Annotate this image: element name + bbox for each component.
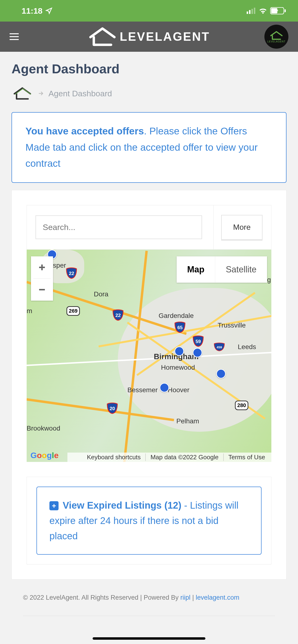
time-text: 11:18 xyxy=(22,6,43,16)
shield-us269: 269 xyxy=(66,306,80,316)
map-label-dora: Dora xyxy=(94,290,108,298)
map-marker[interactable] xyxy=(175,346,184,356)
map-type-satellite[interactable]: Satellite xyxy=(215,256,267,283)
map-label-leeds: Leeds xyxy=(238,343,256,351)
expired-title: View Expired Listings (12) xyxy=(63,500,184,510)
map-zoom-controls xyxy=(31,256,53,301)
map-label-m: m xyxy=(27,307,32,315)
map-label-trussville: Trussville xyxy=(218,322,246,329)
svg-rect-2 xyxy=(251,9,253,14)
breadcrumb: Agent Dashboard xyxy=(12,87,286,100)
expired-listings-button[interactable]: + View Expired Listings (12) - Listings … xyxy=(37,486,261,555)
footer-link-levelagent[interactable]: levelagent.com xyxy=(196,594,239,601)
avatar-label: LEVELAGENT xyxy=(267,40,285,43)
google-logo: Google xyxy=(31,451,59,460)
status-icons xyxy=(247,7,286,14)
expired-dash: - xyxy=(184,500,190,510)
map-terms-link[interactable]: Terms of Use xyxy=(223,454,270,461)
shield-i20: 20 xyxy=(106,402,118,414)
map-marker[interactable] xyxy=(160,383,169,392)
map-label-pelham: Pelham xyxy=(176,417,199,425)
search-input-wrap[interactable] xyxy=(36,216,202,239)
home-indicator xyxy=(93,637,205,640)
avatar[interactable]: LEVELAGENT xyxy=(264,25,288,49)
shield-us280: 280 xyxy=(235,400,248,410)
map-label-brookwood: Brookwood xyxy=(27,424,60,432)
map-card: More Jasper Dora Gardendale Trussville L… xyxy=(12,190,286,580)
status-bar: 11:18 xyxy=(0,0,298,22)
map-keyboard-shortcuts[interactable]: Keyboard shortcuts xyxy=(82,454,145,461)
svg-rect-0 xyxy=(247,12,248,14)
map-label-hoover: Hoover xyxy=(168,386,189,394)
nav-bar: LEVELAGENT LEVELAGENT xyxy=(0,22,298,52)
map-marker[interactable] xyxy=(216,369,226,378)
page-title: Agent Dashboard xyxy=(12,61,286,76)
brand-house-icon xyxy=(88,26,117,47)
svg-rect-5 xyxy=(284,9,286,12)
map-label-gardendale: Gardendale xyxy=(159,312,194,320)
footer-link-riipl[interactable]: riipl xyxy=(181,594,191,601)
svg-text:22: 22 xyxy=(69,271,74,276)
zoom-in-button[interactable] xyxy=(31,256,53,278)
svg-text:20: 20 xyxy=(110,406,115,411)
brand-text: LEVELAGENT xyxy=(120,30,210,44)
plus-icon: + xyxy=(49,501,59,510)
brand: LEVELAGENT xyxy=(88,26,210,47)
map-attribution: Keyboard shortcuts Map data ©2022 Google… xyxy=(67,452,271,462)
footer: © 2022 LevelAgent. All Rights Reserved |… xyxy=(12,594,286,630)
svg-text:459: 459 xyxy=(217,346,222,349)
wifi-icon xyxy=(259,8,267,14)
alert-bold: You have accepted offers xyxy=(26,126,144,136)
chevron-right-icon xyxy=(37,90,44,97)
map-type-map[interactable]: Map xyxy=(177,256,215,283)
footer-divider xyxy=(23,616,275,616)
shield-i65: 65 xyxy=(174,322,186,333)
map-data-copyright: Map data ©2022 Google xyxy=(145,454,223,461)
map-label-bessemer: Bessemer xyxy=(127,386,158,394)
zoom-out-button[interactable] xyxy=(31,279,53,301)
svg-text:65: 65 xyxy=(177,325,183,330)
content: Agent Dashboard Agent Dashboard You have… xyxy=(0,52,298,630)
search-bar: More xyxy=(27,205,271,250)
svg-text:59: 59 xyxy=(196,339,201,344)
footer-copyright: © 2022 LevelAgent. All Rights Reserved |… xyxy=(23,594,181,601)
location-arrow-icon xyxy=(45,7,53,14)
footer-sep: | xyxy=(191,594,196,601)
svg-text:22: 22 xyxy=(115,313,121,318)
shield-i459: 459 xyxy=(213,341,229,353)
shield-i59: 59 xyxy=(192,336,204,347)
expired-section: + View Expired Listings (12) - Listings … xyxy=(27,477,271,564)
search-input[interactable] xyxy=(43,222,195,232)
more-button[interactable]: More xyxy=(221,215,262,240)
battery-charging-icon xyxy=(270,7,286,14)
map-label-homewood: Homewood xyxy=(161,364,195,371)
accepted-offers-alert: You have accepted offers. Please click t… xyxy=(12,112,286,183)
map[interactable]: Jasper Dora Gardendale Trussville Leeds … xyxy=(27,250,271,462)
breadcrumb-current: Agent Dashboard xyxy=(49,89,112,98)
status-time: 11:18 xyxy=(22,6,53,16)
menu-button[interactable] xyxy=(10,32,20,42)
map-type-switch: Map Satellite xyxy=(177,256,267,283)
breadcrumb-home-icon[interactable] xyxy=(12,87,33,100)
avatar-house-icon xyxy=(270,31,283,40)
shield-i22: 22 xyxy=(66,268,77,279)
map-marker[interactable] xyxy=(193,348,202,358)
svg-rect-1 xyxy=(249,10,250,14)
svg-rect-3 xyxy=(254,8,255,14)
cellular-icon xyxy=(247,8,256,14)
shield-i22: 22 xyxy=(112,309,124,321)
